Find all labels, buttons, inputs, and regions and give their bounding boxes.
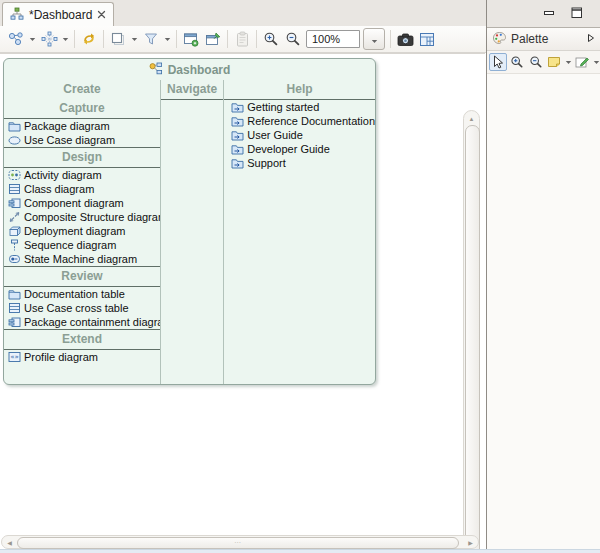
help-link[interactable]: Support — [224, 156, 375, 170]
dashboard-title-row: Dashboard — [4, 59, 375, 80]
scroll-left-icon[interactable]: ◀ — [3, 536, 16, 548]
diagram-link[interactable]: Documentation table — [4, 287, 160, 301]
clipboard-icon — [231, 28, 253, 50]
scroll-up-icon[interactable]: ▲ — [464, 112, 479, 125]
diagram-link-label: Class diagram — [24, 183, 94, 195]
note-tool-icon[interactable] — [546, 53, 564, 71]
vertical-scrollbar-thumb[interactable] — [465, 125, 480, 553]
help-link[interactable]: Developer Guide — [224, 142, 375, 156]
diagram-link[interactable]: Class diagram — [4, 182, 160, 196]
editor-tabbar: *Dashboard — [0, 0, 486, 26]
diagram-link-label: Deployment diagram — [24, 225, 126, 237]
help-link-label: Support — [247, 157, 286, 169]
diagram-link-label: State Machine diagram — [24, 253, 137, 265]
diagram-link[interactable]: «» Profile diagram — [4, 350, 160, 364]
maximize-icon[interactable] — [569, 6, 584, 19]
palette-header[interactable]: Palette — [487, 28, 600, 51]
review-items: Documentation table Use Case cross table… — [4, 287, 160, 329]
design-items: Activity diagram Class diagram Component… — [4, 168, 160, 266]
window-bottom-edge — [0, 549, 600, 553]
edit-tool-caret-icon[interactable] — [592, 53, 600, 71]
network-menu-caret-icon[interactable] — [60, 28, 71, 50]
tab-title: *Dashboard — [29, 8, 92, 22]
minimize-icon[interactable] — [542, 6, 557, 19]
zoom-level-dropdown[interactable] — [363, 28, 385, 50]
diagram-canvas[interactable]: Dashboard Create Capture Package diagram — [0, 53, 485, 535]
help-link-label: Reference Documentation — [247, 115, 375, 127]
diagram-link[interactable]: Package diagram — [4, 119, 160, 133]
toolbar-separator — [256, 30, 257, 48]
state-icon — [7, 253, 21, 266]
diagram-link[interactable]: Composite Structure diagram — [4, 210, 160, 224]
overview-icon[interactable] — [416, 28, 438, 50]
horizontal-scrollbar-thumb[interactable]: ⋯ — [17, 537, 459, 549]
select-tool-cursor-icon[interactable] — [489, 53, 507, 71]
close-icon[interactable] — [97, 8, 106, 22]
sequence-icon — [7, 239, 21, 252]
help-link-label: Getting started — [247, 101, 319, 113]
camera-icon[interactable] — [394, 28, 416, 50]
folder-icon — [7, 288, 21, 301]
palette-zoom-out-icon[interactable] — [527, 53, 545, 71]
frame-menu-caret-icon[interactable] — [129, 28, 140, 50]
column-header-navigate: Navigate — [161, 80, 223, 100]
zoom-level-value[interactable]: 100% — [306, 30, 360, 48]
vertical-scrollbar[interactable]: ▲ ▼ — [463, 110, 480, 553]
tab-dashboard[interactable]: *Dashboard — [2, 2, 114, 27]
folder-icon — [7, 120, 21, 133]
diagram-link[interactable]: Activity diagram — [4, 168, 160, 182]
edit-tool-icon[interactable] — [573, 53, 591, 71]
diagram-link-label: Activity diagram — [24, 169, 102, 181]
component-icon — [7, 197, 21, 210]
pin-window-icon[interactable] — [202, 28, 224, 50]
diagram-link[interactable]: State Machine diagram — [4, 252, 160, 266]
folder-link-icon — [230, 143, 244, 156]
palette-collapse-icon[interactable] — [587, 32, 595, 46]
diagram-link-label: Use Case cross table — [24, 302, 129, 314]
extend-items: «» Profile diagram — [4, 350, 160, 364]
diagram-link-label: Profile diagram — [24, 351, 98, 363]
usecase-icon — [7, 134, 21, 147]
palette-toolbar — [487, 51, 600, 74]
zoom-out-icon[interactable] — [282, 28, 304, 50]
diagram-link-label: Package diagram — [24, 120, 110, 132]
dash-sitemap-icon — [149, 62, 163, 78]
funnel-icon[interactable] — [140, 28, 162, 50]
diagram-link[interactable]: Use Case cross table — [4, 301, 160, 315]
scroll-right-icon[interactable]: ▶ — [464, 536, 477, 548]
folder-link-icon — [230, 129, 244, 142]
editor-pane: *Dashboard 100% — [0, 0, 487, 549]
capture-items: Package diagram Use Case diagram — [4, 119, 160, 147]
diagram-link[interactable]: Sequence diagram — [4, 238, 160, 252]
palette-icon — [492, 31, 507, 48]
frame-icon[interactable] — [107, 28, 129, 50]
zoom-level-combo: 100% — [306, 28, 385, 50]
help-link[interactable]: Reference Documentation — [224, 114, 375, 128]
application-window: *Dashboard 100% — [0, 0, 600, 553]
column-header-help: Help — [224, 80, 375, 100]
diagram-link[interactable]: Component diagram — [4, 196, 160, 210]
funnel-menu-caret-icon[interactable] — [162, 28, 173, 50]
diagram-link[interactable]: Package containment diagram — [4, 315, 160, 329]
sync-arrows-icon[interactable] — [78, 28, 100, 50]
diagram-link[interactable]: Deployment diagram — [4, 224, 160, 238]
toolbar-separator — [103, 30, 104, 48]
section-header-design: Design — [4, 148, 160, 167]
note-tool-caret-icon[interactable] — [564, 53, 572, 71]
view-controls — [542, 6, 584, 19]
linked-nodes-icon[interactable] — [5, 28, 27, 50]
help-link[interactable]: Getting started — [224, 100, 375, 114]
network-icon[interactable] — [38, 28, 60, 50]
linked-nodes-menu-caret-icon[interactable] — [27, 28, 38, 50]
horizontal-scrollbar[interactable]: ◀ ⋯ ▶ — [1, 535, 479, 549]
toolbar-separator — [390, 30, 391, 48]
palette-zoom-in-icon[interactable] — [508, 53, 526, 71]
export-image-icon[interactable] — [180, 28, 202, 50]
folder-link-icon — [230, 101, 244, 114]
diagram-link-label: Use Case diagram — [24, 134, 115, 146]
diagram-link[interactable]: Use Case diagram — [4, 133, 160, 147]
palette-body[interactable] — [487, 74, 600, 550]
help-link[interactable]: User Guide — [224, 128, 375, 142]
toolbar-separator — [74, 30, 75, 48]
zoom-in-icon[interactable] — [260, 28, 282, 50]
